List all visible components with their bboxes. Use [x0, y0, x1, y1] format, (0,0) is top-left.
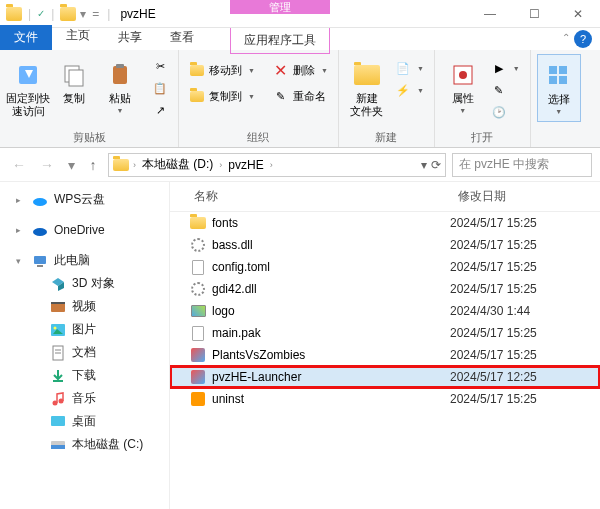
svg-point-6 [459, 71, 467, 79]
svg-rect-3 [113, 66, 127, 84]
properties-button[interactable]: 属性 ▼ [441, 54, 485, 114]
sidebar-item[interactable]: 图片 [0, 318, 169, 341]
sidebar-item[interactable]: 桌面 [0, 410, 169, 433]
refresh-button[interactable]: ⟳ [431, 158, 441, 172]
file-row[interactable]: uninst2024/5/17 15:25 [170, 388, 600, 410]
file-row[interactable]: fonts2024/5/17 15:25 [170, 212, 600, 234]
sidebar-item[interactable]: ▸OneDrive [0, 219, 169, 241]
file-date: 2024/5/17 15:25 [450, 282, 600, 296]
help-button[interactable]: ? [574, 30, 592, 48]
folder-icon [113, 159, 129, 171]
file-name: bass.dll [212, 238, 253, 252]
tab-app-tools[interactable]: 应用程序工具 [230, 28, 330, 54]
file-row[interactable]: bass.dll2024/5/17 15:25 [170, 234, 600, 256]
address-bar: ← → ▾ ↑ › 本地磁盘 (D:) › pvzHE › ▾⟳ 在 pvzHE… [0, 148, 600, 182]
sidebar-item[interactable]: 音乐 [0, 387, 169, 410]
pin-button[interactable]: 固定到快 速访问 [6, 54, 50, 118]
sidebar-item[interactable]: 3D 对象 [0, 272, 169, 295]
back-button[interactable]: ← [8, 154, 30, 176]
sidebar-item[interactable]: 文档 [0, 341, 169, 364]
file-row[interactable]: main.pak2024/5/17 15:25 [170, 322, 600, 344]
open-button[interactable]: ▶▼ [487, 58, 524, 78]
svg-rect-27 [51, 445, 65, 449]
new-item-button[interactable]: 📄▼ [391, 58, 428, 78]
manage-tab[interactable]: 管理 [230, 0, 330, 14]
sidebar-item[interactable]: 本地磁盘 (C:) [0, 433, 169, 456]
sidebar-label: 音乐 [72, 390, 96, 407]
new-folder-button[interactable]: 新建 文件夹 [345, 54, 389, 118]
sidebar-item[interactable]: ▾此电脑 [0, 249, 169, 272]
svg-rect-13 [34, 256, 46, 264]
file-row[interactable]: config.toml2024/5/17 15:25 [170, 256, 600, 278]
svg-rect-10 [559, 76, 567, 84]
file-date: 2024/5/17 15:25 [450, 326, 600, 340]
copy-to-button[interactable]: 复制到▼ [185, 86, 259, 106]
move-to-button[interactable]: 移动到▼ [185, 60, 259, 80]
copy-button[interactable]: 复制 [52, 54, 96, 105]
select-button[interactable]: 选择 ▼ [537, 54, 581, 122]
file-name: uninst [212, 392, 244, 406]
paste-icon [105, 60, 135, 90]
sidebar-item[interactable]: ▸WPS云盘 [0, 188, 169, 211]
folder-icon [6, 7, 22, 21]
expand-icon[interactable]: ▸ [16, 225, 26, 235]
recent-button[interactable]: ▾ [64, 154, 78, 176]
history-button[interactable]: 🕑 [487, 102, 524, 122]
expand-icon[interactable]: ▾ [16, 256, 26, 266]
col-name[interactable]: 名称 [170, 182, 450, 211]
rename-icon: ✎ [273, 88, 289, 104]
new-item-icon: 📄 [395, 60, 411, 76]
crumb-folder[interactable]: pvzHE [226, 158, 265, 172]
crumb-root[interactable]: 本地磁盘 (D:) [140, 156, 215, 173]
copy-path-button[interactable]: 📋 [148, 78, 172, 98]
breadcrumb[interactable]: › 本地磁盘 (D:) › pvzHE › ▾⟳ [108, 153, 446, 177]
expand-icon[interactable]: ▸ [16, 195, 26, 205]
tab-view[interactable]: 查看 [156, 25, 208, 50]
copy-to-icon [189, 88, 205, 104]
sidebar-label: 图片 [72, 321, 96, 338]
tab-file[interactable]: 文件 [0, 25, 52, 50]
file-name: fonts [212, 216, 238, 230]
paste-shortcut-button[interactable]: ↗ [148, 100, 172, 120]
minimize-button[interactable]: — [468, 0, 512, 27]
gear-icon [190, 281, 206, 297]
doc-icon [50, 345, 66, 361]
close-button[interactable]: ✕ [556, 0, 600, 27]
file-row[interactable]: PlantsVsZombies2024/5/17 15:25 [170, 344, 600, 366]
file-row[interactable]: pvzHE-Launcher2024/5/17 12:25 [170, 366, 600, 388]
file-row[interactable]: logo2024/4/30 1:44 [170, 300, 600, 322]
edit-button[interactable]: ✎ [487, 80, 524, 100]
rename-button[interactable]: ✎重命名 [269, 86, 332, 106]
sidebar-item[interactable]: 视频 [0, 295, 169, 318]
svg-rect-4 [116, 64, 124, 68]
forward-button[interactable]: → [36, 154, 58, 176]
svg-rect-16 [51, 302, 65, 304]
delete-button[interactable]: ✕删除▼ [269, 60, 332, 80]
file-date: 2024/5/17 15:25 [450, 348, 600, 362]
collapse-ribbon-icon[interactable]: ⌃ [562, 32, 570, 43]
img-icon [190, 303, 206, 319]
folder-icon [60, 7, 76, 21]
easy-access-button[interactable]: ⚡▼ [391, 80, 428, 100]
up-button[interactable]: ↑ [84, 154, 102, 176]
file-row[interactable]: gdi42.dll2024/5/17 15:25 [170, 278, 600, 300]
maximize-button[interactable]: ☐ [512, 0, 556, 27]
svg-point-12 [33, 228, 47, 236]
tab-share[interactable]: 共享 [104, 25, 156, 50]
3d-icon [50, 276, 66, 292]
sidebar-item[interactable]: 下载 [0, 364, 169, 387]
file-name: PlantsVsZombies [212, 348, 305, 362]
folder-icon [190, 215, 206, 231]
sidebar-label: 此电脑 [54, 252, 90, 269]
ribbon-group-select: 选择 ▼ [531, 50, 587, 147]
tab-home[interactable]: 主页 [52, 23, 104, 50]
paste-button[interactable]: 粘贴 ▼ [98, 54, 142, 114]
cut-button[interactable]: ✂ [148, 56, 172, 76]
search-input[interactable]: 在 pvzHE 中搜索 [452, 153, 592, 177]
col-date[interactable]: 修改日期 [450, 182, 600, 211]
dropdown-icon[interactable]: ▾ [421, 158, 427, 172]
sidebar-label: WPS云盘 [54, 191, 105, 208]
sidebar-label: 3D 对象 [72, 275, 115, 292]
cloud-wps-icon [32, 192, 48, 208]
window-title: pvzHE [116, 7, 155, 21]
